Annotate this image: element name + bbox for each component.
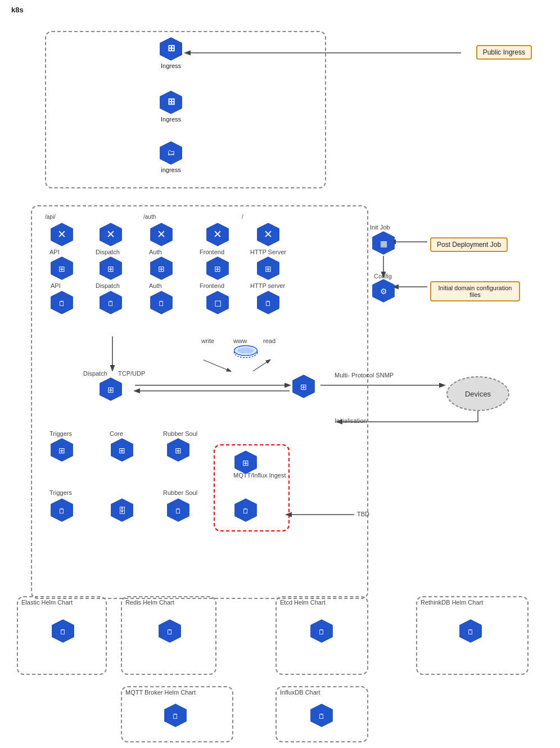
svg-text:✕: ✕ [157, 228, 166, 240]
svg-text:🗒: 🗒 [318, 713, 325, 720]
frontend-svc-icon: ⊞ [205, 256, 230, 281]
triggers-bot-label: Triggers [49, 489, 72, 496]
svg-text:⊞: ⊞ [119, 446, 125, 455]
auth-path-label: /auth [143, 214, 156, 220]
initialisation-label: Initialisation [335, 417, 367, 424]
dispatch-svc-icon: ⊞ [98, 256, 123, 281]
etcd-helm-icon: 🗒 [309, 619, 334, 643]
svg-text:⊞: ⊞ [214, 264, 221, 273]
etcd-helm-label: Etcd Helm Chart [280, 599, 326, 606]
svg-text:⊞: ⊞ [107, 264, 114, 273]
ingress-bot-icon-wrap: 🗂 ingress [159, 141, 183, 174]
dispatch-lower-label: Dispatch [83, 370, 107, 377]
svg-text:▦: ▦ [380, 239, 387, 248]
public-ingress-box: Public Ingress [476, 45, 532, 60]
config-icon: ⚙ [371, 278, 396, 303]
dispatch-pod-icon: 🗒 [98, 290, 123, 315]
triggers-bot-pod-icon: 🗒 [49, 498, 74, 522]
init-job-icon: ▦ [371, 231, 396, 255]
ingress-mid-icon-wrap: ⊞ Ingress [159, 90, 183, 123]
rubber-soul-bot-pod-icon: 🗒 [166, 498, 191, 522]
api-svc-label: API [51, 282, 61, 289]
rubber-soul-top-label: Rubber Soul [163, 430, 197, 437]
svg-text:🗒: 🗒 [467, 628, 474, 636]
svg-text:⊞: ⊞ [58, 264, 65, 273]
svg-text:Devices: Devices [465, 390, 491, 398]
svg-text:🗒: 🗒 [172, 713, 179, 720]
svg-text:🗂: 🗂 [167, 148, 175, 157]
core-bot-pod-icon: 🗄 [110, 498, 134, 522]
redis-helm-label: Redis Helm Chart [125, 599, 174, 606]
ingress-top-icon-wrap: ⊞ Ingress [159, 37, 183, 70]
svg-text:✕: ✕ [213, 228, 222, 240]
api-top-label: API [49, 249, 60, 255]
api-top-icon: ✕ [49, 222, 74, 247]
svg-text:⊞: ⊞ [175, 446, 182, 455]
rubber-soul-top-svc-icon: ⊞ [166, 438, 191, 462]
devices-cloud: Devices [444, 368, 512, 416]
rethinkdb-helm-label: RethinkDB Helm Chart [421, 599, 483, 606]
redis-helm-icon: 🗒 [157, 619, 182, 643]
mqtt-ingest-red-box [214, 444, 290, 531]
post-deployment-job-box: Post Deployment Job [430, 237, 508, 252]
root-path-label: / [242, 214, 243, 220]
svg-text:🗒: 🗒 [60, 628, 66, 636]
ingress-mid-label: Ingress [161, 116, 181, 123]
http-svc-icon: ⊞ [256, 256, 281, 281]
rubber-soul-bot-label: Rubber Soul [163, 489, 197, 496]
http-svc-label: HTTP server [250, 282, 285, 289]
http-top-label: HTTP Server [250, 249, 286, 255]
svg-point-51 [237, 348, 254, 353]
triggers-top-label: Triggers [49, 430, 72, 437]
tcp-udp-label: TCP/UDP [118, 370, 145, 377]
rethinkdb-helm-icon: 🗒 [458, 619, 483, 643]
svg-text:⚙: ⚙ [380, 287, 387, 296]
svg-text:✕: ✕ [106, 228, 115, 240]
core-svc-icon: ⊞ [110, 438, 134, 462]
api-pod-icon: 🗒 [49, 290, 74, 315]
triggers-top-svc-icon: ⊞ [49, 438, 74, 462]
svg-text:🗒: 🗒 [166, 628, 173, 636]
frontend-top-label: Frontend [200, 249, 224, 255]
initial-domain-config-box: Initial domain configuration files [430, 281, 520, 301]
pv-disk-icon [233, 343, 258, 362]
auth-top-label: Auth [149, 249, 162, 255]
svg-text:🗒: 🗒 [107, 300, 114, 308]
tbd-label: TBD [357, 511, 369, 517]
svg-text:✕: ✕ [57, 228, 66, 240]
svg-text:🗒: 🗒 [175, 507, 182, 515]
http-top-icon: ✕ [256, 222, 281, 247]
svg-text:🗒: 🗒 [58, 507, 65, 515]
write-label: write [201, 337, 214, 344]
svg-text:⊞: ⊞ [168, 97, 175, 106]
svg-text:✕: ✕ [264, 228, 273, 240]
api-svc-icon: ⊞ [49, 256, 74, 281]
dispatch-svc-label: Dispatch [96, 282, 120, 289]
ingress-group-box [45, 31, 326, 188]
frontend-top-icon: ✕ [205, 222, 230, 247]
multi-protocol-label: Multi- Protocol SNMP [335, 371, 394, 380]
auth-pod-icon: 🗒 [149, 290, 174, 315]
auth-svc-label: Auth [149, 282, 162, 289]
middle-hub-icon: ⊞ [291, 374, 316, 399]
svg-text:🗒: 🗒 [58, 300, 65, 308]
dispatch-top-label: Dispatch [96, 249, 120, 255]
dispatch-lower-svc-icon: ⊞ [98, 377, 123, 402]
svg-text:🗒: 🗒 [158, 300, 165, 308]
svg-text:◻: ◻ [214, 298, 222, 308]
dispatch-top-icon: ✕ [98, 222, 123, 247]
ingress-top-label: Ingress [161, 62, 181, 70]
init-job-label: Init Job [370, 224, 390, 231]
svg-text:🗄: 🗄 [118, 506, 126, 515]
elastic-helm-icon: 🗒 [51, 619, 75, 643]
influxdb-chart-label: InfluxDB Chart [280, 689, 320, 696]
read-label: read [263, 337, 276, 344]
svg-text:⊞: ⊞ [265, 264, 272, 273]
svg-text:🗒: 🗒 [318, 628, 325, 636]
influxdb-chart-icon: 🗒 [309, 703, 334, 728]
ingress-bot-label: ingress [161, 166, 180, 174]
svg-text:⊞: ⊞ [300, 382, 307, 391]
svg-text:⊞: ⊞ [58, 446, 65, 455]
elastic-helm-label: Elastic Helm Chart [21, 599, 73, 606]
http-pod-icon: 🗒 [256, 290, 281, 315]
